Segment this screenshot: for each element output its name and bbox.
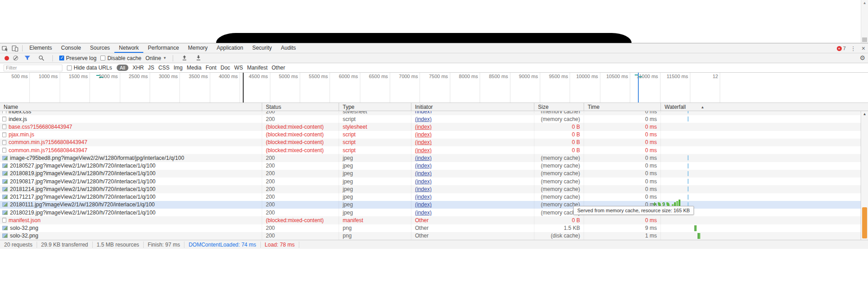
disable-cache-checkbox[interactable]: Disable cache [100,55,141,61]
console-error-badge[interactable]: × 7 [837,46,846,51]
tab-elements[interactable]: Elements [25,43,57,53]
filter-pill-manifest[interactable]: Manifest [247,65,267,71]
timeline-gridline-cell: 6000 ms [330,73,360,103]
timeline-gridline-cell: 6500 ms [360,73,390,103]
filter-pill-font[interactable]: Font [206,65,217,71]
preserve-log-checkbox[interactable]: Preserve log [59,55,96,61]
filter-pill-css[interactable]: CSS [158,65,170,71]
status-cell: 200 [262,177,339,185]
throttling-dropdown[interactable]: Online ▼ [146,55,167,61]
network-row[interactable]: 20180111.jpg?imageView2/1/w/1280/h/720/i… [0,201,868,209]
scroll-up-icon[interactable]: ▲ [861,111,868,116]
initiator-link[interactable]: (index) [415,124,432,130]
column-header-initiator[interactable]: Initiator [411,103,534,111]
devtools-close-icon[interactable]: × [861,45,866,52]
timeline-gridline-cell: 4000 ms [210,73,240,103]
column-header-waterfall[interactable]: Waterfall ▲ [661,103,861,111]
page-scrollbar[interactable]: ▲ [861,0,868,43]
page-scroll-up-icon[interactable]: ▲ [861,0,868,5]
tab-console[interactable]: Console [57,43,85,53]
filter-pill-js[interactable]: JS [148,65,154,71]
network-overview-timeline[interactable]: 500 ms1000 ms1500 ms2000 ms2500 ms3000 m… [0,73,868,103]
initiator-link[interactable]: (index) [415,210,432,216]
filter-pill-doc[interactable]: Doc [221,65,230,71]
network-row[interactable]: base.css?1566808443947(blocked:mixed-con… [0,123,868,131]
tab-performance[interactable]: Performance [143,43,184,53]
clear-network-log-button[interactable] [13,56,18,61]
network-row[interactable]: 20181214.jpg?imageView2/1/w/1280/h/720/i… [0,185,868,193]
devtools-menu-icon[interactable]: ⋮ [849,45,857,52]
filter-pill-xhr[interactable]: XHR [132,65,144,71]
initiator-link[interactable]: (index) [415,111,432,113]
request-name: image-c795bed8.png?imageView2/2/w/1280/f… [10,155,184,161]
network-row[interactable]: 20190817.jpg?imageView2/1/w/1280/h/720/i… [0,177,868,185]
hide-data-urls-checkbox[interactable]: Hide data URLs [67,65,112,71]
device-toolbar-icon[interactable] [11,45,19,52]
initiator-link[interactable]: (index) [415,186,432,192]
filter-pill-all[interactable]: All [117,65,128,71]
timeline-gridline-cell: 8000 ms [450,73,480,103]
import-har-icon[interactable] [180,55,189,62]
initiator-link[interactable]: (index) [415,194,432,200]
tab-memory[interactable]: Memory [184,43,212,53]
filter-pill-img[interactable]: Img [174,65,183,71]
size-cell: (memory cache) [534,193,584,201]
network-row[interactable]: common.min.js?1566808443947(blocked:mixe… [0,146,868,154]
filter-pill-ws[interactable]: WS [234,65,243,71]
filter-input[interactable] [4,65,62,71]
initiator-link[interactable]: (index) [415,139,432,145]
tab-audits[interactable]: Audits [276,43,300,53]
waterfall-cell [661,193,861,201]
tab-application[interactable]: Application [212,43,248,53]
network-settings-gear-icon[interactable]: ⚙ [859,54,865,61]
column-header-size[interactable]: Size [534,103,584,111]
tab-security[interactable]: Security [248,43,276,53]
initiator-link[interactable]: (index) [415,155,432,161]
network-row[interactable]: 20180819.jpg?imageView2/1/w/1280/h/720/i… [0,170,868,177]
initiator-link[interactable]: (index) [415,178,432,185]
network-row[interactable]: 20180527.jpg?imageView2/1/w/1280/h/720/i… [0,162,868,170]
timeline-gridline-cell: 1500 ms [60,73,90,103]
column-header-name[interactable]: Name [0,103,262,111]
initiator-link[interactable]: (index) [415,170,432,177]
tab-network[interactable]: Network [114,43,143,53]
network-row[interactable]: common.min.js?1566808443947(blocked:mixe… [0,139,868,146]
page-scrollbar-thumb[interactable] [862,37,867,42]
transferred-size: 29.9 KB transferred [37,242,93,248]
initiator-cell: (index) [411,146,534,154]
table-scrollbar[interactable]: ▲ ▼ [861,111,868,247]
initiator-cell: Other [411,224,534,232]
table-scrollbar-thumb[interactable] [862,207,867,238]
record-network-log-button[interactable] [5,56,9,61]
initiator-link[interactable]: (index) [415,147,432,154]
export-har-icon[interactable] [194,55,203,62]
network-row[interactable]: 20180219.jpg?imageView2/1/w/1280/h/720/i… [0,209,868,216]
network-row[interactable]: 20171217.jpg?imageView2/1/w/1280/h/720/i… [0,193,868,201]
request-name: index.css [9,111,31,113]
initiator-link[interactable]: (index) [415,201,432,208]
filter-pill-other[interactable]: Other [272,65,285,71]
timeline-gridline-cell: 10000 ms [570,73,600,103]
network-row[interactable]: index.js200script(index)(memory cache)0 … [0,115,868,123]
inspect-element-icon[interactable] [1,45,9,52]
network-row[interactable]: solo-32.png200pngOther1.5 KB9 ms [0,224,868,232]
column-header-time[interactable]: Time [584,103,661,111]
network-filter-bar: Hide data URLs AllXHRJSCSSImgMediaFontDo… [0,63,868,73]
size-cell: (disk cache) [534,232,584,240]
tab-sources[interactable]: Sources [85,43,114,53]
initiator-link[interactable]: (index) [415,131,432,138]
search-icon[interactable] [37,55,45,62]
column-header-status[interactable]: Status [262,103,339,111]
network-row[interactable]: solo-32.png200pngOther(disk cache)1 ms [0,232,868,240]
network-row[interactable]: image-c795bed8.png?imageView2/2/w/1280/f… [0,154,868,162]
network-row[interactable]: pjax.min.js(blocked:mixed-content)script… [0,131,868,139]
filter-pill-media[interactable]: Media [187,65,202,71]
column-header-type[interactable]: Type [339,103,411,111]
initiator-link[interactable]: (index) [415,163,432,169]
initiator-link[interactable]: (index) [415,116,432,122]
network-row[interactable]: manifest.json(blocked:mixed-content)mani… [0,216,868,224]
document-file-icon [2,124,6,129]
filter-toggle-icon[interactable] [23,55,31,62]
network-row[interactable]: index.css200stylesheet(index)(memory cac… [0,111,868,115]
request-name-cell: index.css [0,111,262,113]
